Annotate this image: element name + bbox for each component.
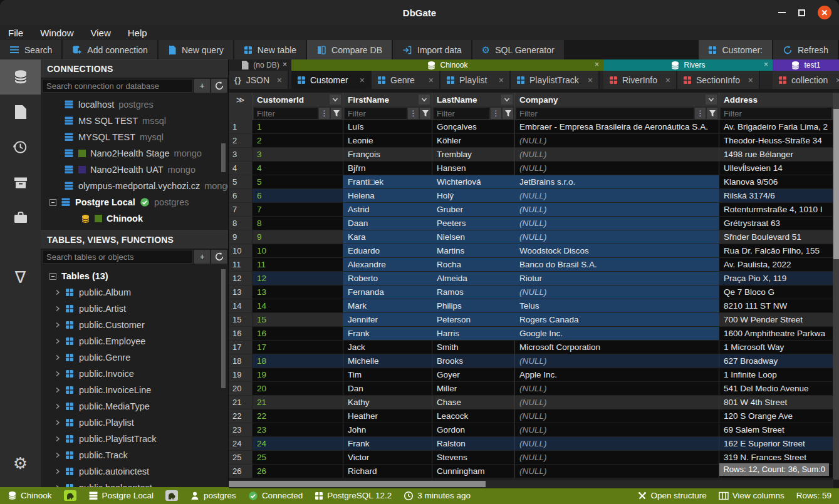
close-tab-icon[interactable]: × (764, 60, 768, 69)
grid-cell[interactable]: 8210 111 ST NW (719, 299, 833, 313)
close-tab-icon[interactable]: × (283, 60, 287, 69)
grid-cell[interactable]: 14 (253, 299, 343, 313)
grid-cell[interactable]: (NULL) (515, 423, 719, 437)
grid-cell[interactable]: Gonçalves (432, 120, 515, 134)
row-header-cell[interactable]: 20 (229, 382, 253, 396)
horizontal-scrollbar[interactable] (229, 480, 833, 488)
grid-cell[interactable]: Tremblay (432, 148, 515, 162)
grid-cell[interactable]: JetBrains s.r.o. (515, 175, 719, 189)
table-tree-item-public-mediatype[interactable]: public.MediaType (41, 398, 228, 414)
filter-menu-button[interactable]: ⋮ (695, 108, 706, 119)
grid-cell[interactable]: (NULL) (515, 437, 719, 451)
table-tree-item-public-playlisttrack[interactable]: public.PlaylistTrack (41, 431, 228, 447)
row-header-cell[interactable]: 21 (229, 396, 253, 409)
database-tab--no-db-[interactable]: (no DB)× (229, 59, 291, 71)
grid-cell[interactable]: Rua Dr. Falcăo Filho, 155 (719, 244, 833, 258)
grid-cell[interactable]: Fernanda (343, 285, 432, 299)
grid-cell[interactable]: 1498 rue Bélanger (719, 148, 833, 162)
rail-item-gear[interactable]: ⚙ (0, 446, 41, 481)
file-tab-playlisttrack[interactable]: PlaylistTrack× (511, 71, 600, 89)
grid-cell[interactable]: Köhler (432, 134, 515, 148)
file-tab-customer[interactable]: Customer× (291, 71, 372, 89)
tables-plus-button[interactable]: + (194, 250, 210, 264)
grid-cell[interactable]: Hansen (432, 162, 515, 175)
row-header-cell[interactable]: 12 (229, 272, 253, 285)
grid-cell[interactable]: 801 W 4th Street (719, 396, 833, 409)
grid-cell[interactable]: 1 Microsoft Way (719, 341, 833, 354)
grid-cell[interactable]: Eduardo (343, 244, 432, 258)
tables-scrollbar-thumb[interactable] (221, 269, 226, 388)
toolbar-button-new-table[interactable]: New table (234, 40, 306, 59)
rail-item-briefcase[interactable] (0, 200, 41, 235)
grid-cell[interactable]: 162 E Superior Street (719, 437, 833, 451)
database-tab-rivers[interactable]: Rivers× (603, 59, 773, 71)
status-item-view-columns[interactable]: View columns (719, 491, 784, 500)
row-header-cell[interactable]: 6 (229, 189, 253, 203)
connection-item-nano2health-uat[interactable]: Nano2Health UATmongo (41, 162, 228, 178)
close-tab-icon[interactable]: × (360, 75, 365, 85)
table-tree-item-public-autoinctest[interactable]: public.autoinctest (41, 463, 228, 480)
grid-cell[interactable]: Jennifer (343, 313, 432, 327)
grid-cell[interactable]: 23 (253, 423, 343, 437)
column-dropdown-button[interactable] (419, 95, 430, 105)
grid-cell[interactable]: Cunningham (432, 465, 515, 478)
grid-cell[interactable]: Smith (432, 341, 515, 354)
grid-cell[interactable]: Telus (515, 299, 719, 313)
rail-item-history[interactable] (0, 130, 41, 165)
row-header-cell[interactable]: 23 (229, 423, 253, 437)
add-connection-plus-button[interactable]: + (194, 79, 210, 93)
grid-cell[interactable]: (NULL) (515, 409, 719, 423)
grid-cell[interactable]: Tim (343, 368, 432, 382)
row-header-cell[interactable]: 9 (229, 230, 253, 244)
row-header-cell[interactable]: 5 (229, 175, 253, 189)
grid-cell[interactable]: Victor (343, 451, 432, 465)
filter-input-customerid[interactable] (254, 108, 318, 119)
row-header-cell[interactable]: 19 (229, 368, 253, 382)
close-tab-icon[interactable]: × (748, 75, 753, 85)
file-tab-sectioninfo[interactable]: SectionInfo× (677, 71, 760, 89)
toolbar-button-compare-db[interactable]: Compare DB (307, 40, 392, 59)
grid-cell[interactable]: 700 W Pender Street (719, 313, 833, 327)
tables-group-row[interactable]: Tables (13) (41, 268, 228, 284)
grid-cell[interactable]: Ullevĺlsveien 14 (719, 162, 833, 175)
status-item-open-structure[interactable]: Open structure (638, 491, 706, 500)
grid-cell[interactable]: Frank (343, 327, 432, 341)
connection-item-postgre-local[interactable]: Postgre Localpostgres (41, 194, 228, 210)
column-dropdown-button[interactable] (330, 95, 341, 105)
grid-cell[interactable]: 9 (253, 230, 343, 244)
file-tab-genre[interactable]: Genre× (372, 71, 440, 89)
row-header-cell[interactable]: 2 (229, 134, 253, 148)
row-header-cell[interactable]: 18 (229, 354, 253, 368)
grid-cell[interactable]: Brooks (432, 354, 515, 368)
toolbar-button-customer-[interactable]: Customer: (699, 40, 772, 59)
grid-cell[interactable]: Goyer (432, 368, 515, 382)
menu-item-help[interactable]: Help (128, 28, 147, 38)
database-tab-test1[interactable]: test1 (773, 59, 839, 71)
rail-item-file[interactable] (0, 95, 41, 130)
filter-input-address[interactable] (721, 108, 831, 119)
table-tree-item-public-customer[interactable]: public.Customer (41, 317, 228, 333)
row-header-cell[interactable]: 7 (229, 203, 253, 217)
grid-cell[interactable]: 24 (253, 437, 343, 451)
filter-input-lastname[interactable] (434, 108, 489, 119)
grid-cell[interactable]: Ralston (432, 437, 515, 451)
column-header-customerid[interactable]: CustomerId (253, 93, 343, 106)
grid-cell[interactable]: Stevens (432, 451, 515, 465)
grid-cell[interactable]: Chase (432, 396, 515, 409)
grid-cell[interactable]: Av. Brigadeiro Faria Lima, 2 (719, 120, 833, 134)
row-header-cell[interactable]: 24 (229, 437, 253, 451)
grid-cell[interactable]: (NULL) (515, 396, 719, 409)
grid-cell[interactable]: 5 (253, 175, 343, 189)
grid-cell[interactable]: Nielsen (432, 230, 515, 244)
table-tree-item-public-employee[interactable]: public.Employee (41, 333, 228, 349)
grid-cell[interactable]: 4 (253, 162, 343, 175)
menu-item-window[interactable]: Window (40, 28, 73, 38)
grid-cell[interactable]: 120 S Orange Ave (719, 409, 833, 423)
grid-cell[interactable]: Philips (432, 299, 515, 313)
grid-cell[interactable]: Google Inc. (515, 327, 719, 341)
grid-cell[interactable]: Luís (343, 120, 432, 134)
grid-cell[interactable]: Gruber (432, 203, 515, 217)
row-header-cell[interactable]: 26 (229, 465, 253, 478)
horizontal-scrollbar-thumb[interactable] (229, 481, 486, 487)
grid-cell[interactable]: Sřnder Boulevard 51 (719, 230, 833, 244)
